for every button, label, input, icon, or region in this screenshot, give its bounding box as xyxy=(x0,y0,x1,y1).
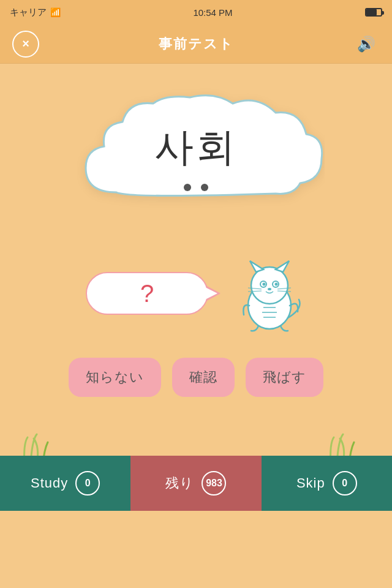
dot-2 xyxy=(201,184,208,191)
bubble-cat-area: ? xyxy=(0,247,392,339)
status-left: キャリア 📶 xyxy=(10,7,61,18)
carrier-text: キャリア xyxy=(10,7,47,18)
flashcard-word: 사회 xyxy=(154,121,238,174)
time-display: 10:54 PM xyxy=(193,7,232,18)
svg-marker-3 xyxy=(276,261,289,272)
flashcard-dots xyxy=(184,184,208,191)
cat-illustration xyxy=(233,254,306,333)
remain-label: 残り xyxy=(165,474,194,492)
nav-bar: × 事前テスト 🔊 xyxy=(0,24,392,64)
tab-skip[interactable]: Skip 0 xyxy=(262,456,392,511)
status-right xyxy=(365,8,382,17)
svg-point-6 xyxy=(263,283,266,286)
wifi-icon: 📶 xyxy=(50,7,61,17)
skip-badge: 0 xyxy=(333,471,357,496)
close-button[interactable]: × xyxy=(12,31,39,58)
page-title: 事前テスト xyxy=(159,35,234,53)
cloud-content: 사회 xyxy=(154,121,238,191)
action-buttons: 知らない 確認 飛ばす xyxy=(69,358,323,397)
sound-button[interactable]: 🔊 xyxy=(353,31,380,58)
speech-bubble: ? xyxy=(86,272,208,315)
battery-icon xyxy=(365,8,382,17)
tab-study[interactable]: Study 0 xyxy=(0,456,130,511)
study-badge: 0 xyxy=(75,471,100,496)
confirm-button[interactable]: 確認 xyxy=(172,358,235,397)
main-content: 사회 ? xyxy=(0,64,392,511)
cloud-card[interactable]: 사회 xyxy=(67,88,325,223)
svg-point-7 xyxy=(275,283,278,286)
remain-badge: 983 xyxy=(202,471,226,496)
svg-point-1 xyxy=(251,267,288,304)
dot-1 xyxy=(184,184,191,191)
skip-label: Skip xyxy=(296,475,325,491)
question-mark: ? xyxy=(140,280,154,307)
svg-point-8 xyxy=(268,288,271,290)
skip-button[interactable]: 飛ばす xyxy=(246,358,323,397)
study-label: Study xyxy=(31,475,68,491)
cat-svg xyxy=(233,254,306,333)
tab-bar: Study 0 残り 983 Skip 0 xyxy=(0,456,392,511)
tab-remain[interactable]: 残り 983 xyxy=(130,456,261,511)
status-bar: キャリア 📶 10:54 PM xyxy=(0,0,392,24)
dont-know-button[interactable]: 知らない xyxy=(69,358,161,397)
svg-marker-2 xyxy=(250,261,263,272)
